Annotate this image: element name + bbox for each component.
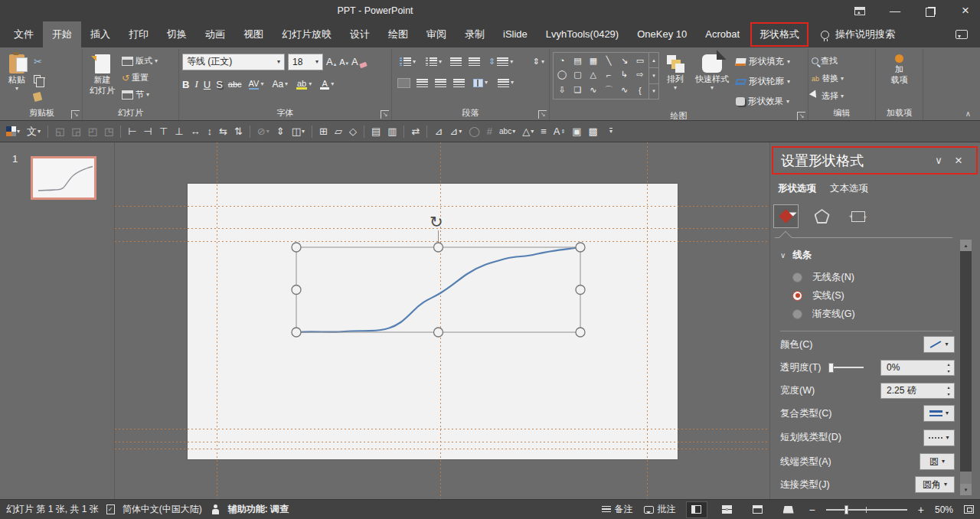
scroll-up-icon[interactable]: ▴ (960, 240, 972, 251)
panel-close-button[interactable]: × (949, 153, 969, 168)
slideshow-view-button[interactable] (779, 502, 799, 517)
clear-format-button[interactable]: A (351, 56, 367, 67)
shape-icon[interactable]: ∿ (621, 85, 628, 95)
shape-icon[interactable]: ↘ (621, 56, 628, 66)
dialog-launcher-icon[interactable]: ↘ (797, 112, 805, 120)
addins-button[interactable]: 加 载项 (887, 52, 912, 86)
spin-up-icon[interactable]: ▴ (943, 361, 954, 368)
transparency-spinner[interactable]: 0% ▴▾ (880, 360, 955, 376)
tab-record[interactable]: 录制 (456, 21, 494, 47)
slide-sorter-view-button[interactable] (717, 502, 737, 517)
close-button[interactable]: × (959, 4, 972, 18)
strikethrough-button[interactable]: abc (228, 80, 242, 89)
comment-icon[interactable] (956, 30, 968, 39)
font-size-input[interactable]: 18▾ (288, 54, 323, 70)
shape-icon[interactable]: ▢ (573, 70, 581, 80)
style-brush-button[interactable]: ▱ (335, 126, 342, 136)
shape-effects-button[interactable]: 形状效果▾ (736, 93, 790, 109)
insert-picture-button[interactable]: ⊞ (319, 126, 328, 136)
bold-button[interactable]: B (182, 79, 189, 90)
spin-down-icon[interactable]: ▾ (943, 367, 954, 375)
tab-view[interactable]: 视图 (234, 21, 273, 47)
shape-icon[interactable]: ◔ (560, 56, 565, 65)
scroll-down-icon[interactable]: ▾ (960, 484, 972, 495)
zoom-slider-thumb[interactable] (844, 505, 848, 514)
character-scale-button[interactable]: A⇕ (554, 126, 566, 136)
paste-button[interactable]: 粘贴 ▾ (5, 52, 29, 94)
tab-animations[interactable]: 动画 (196, 21, 234, 47)
asian-layout-button[interactable]: 文▾ (27, 126, 41, 136)
distribute-horizontal-button[interactable]: ↔ (191, 126, 201, 136)
dialog-launcher-icon[interactable]: ↘ (538, 110, 547, 119)
font-color-button[interactable]: A▾ (318, 78, 335, 91)
increase-indent-button[interactable] (469, 57, 480, 66)
restore-button[interactable] (923, 4, 937, 18)
zoom-slider[interactable] (826, 509, 907, 511)
tab-lvyhtools[interactable]: LvyhTools(0429) (537, 21, 628, 47)
arrange-button[interactable]: 排列 ▾ (662, 52, 688, 93)
shape-icon[interactable]: ⇩ (559, 85, 566, 95)
effects-tab[interactable] (809, 204, 835, 228)
tab-shape-options[interactable]: 形状选项 (778, 182, 816, 195)
fit-to-window-button[interactable] (964, 505, 974, 514)
shape-icon[interactable]: ◯ (557, 70, 567, 80)
italic-button[interactable]: I (194, 78, 198, 90)
accessibility-status[interactable]: 辅助功能: 调查 (228, 503, 289, 516)
slide-counter[interactable]: 幻灯片 第 1 张, 共 1 张 (6, 503, 99, 516)
rotate-flip-button[interactable]: △▾ (522, 126, 534, 136)
tab-onekey[interactable]: OneKey 10 (628, 21, 696, 47)
reading-view-button[interactable] (748, 502, 768, 517)
dash-type-button[interactable]: ▾ (923, 429, 955, 446)
tab-transitions[interactable]: 切换 (158, 21, 196, 47)
text-direction-button[interactable]: ⇕▾ (531, 55, 546, 68)
panel-chevron-button[interactable]: ∨ (929, 155, 949, 166)
section-button[interactable]: 节▾ (122, 87, 158, 102)
shape-icon[interactable]: △ (590, 70, 596, 80)
scroll-up-icon[interactable]: ▴ (649, 53, 658, 67)
shape-icon[interactable]: ⇨ (636, 70, 643, 80)
tab-file[interactable]: 文件 (5, 21, 43, 47)
highlight-color-button[interactable]: ab▾ (295, 78, 313, 91)
decrease-indent-button[interactable] (450, 57, 462, 66)
union-shapes-button[interactable]: ◯ (469, 126, 480, 136)
send-to-back-button[interactable]: ◳ (104, 126, 113, 136)
spin-down-icon[interactable]: ▾ (943, 390, 954, 398)
layers-button[interactable]: ▩ (589, 126, 598, 136)
proofing-button[interactable]: ✓ (106, 504, 115, 514)
line-color-button[interactable]: ▾ (923, 336, 955, 353)
gradient-line-option[interactable]: 渐变线(G) (770, 305, 980, 323)
freeform-shape-button[interactable]: ⊿ (434, 126, 443, 136)
shape-fill-button[interactable]: 形状填充▾ (736, 54, 790, 70)
shape-icon[interactable]: ▤ (573, 56, 581, 66)
edit-points-button[interactable]: # (487, 126, 492, 136)
dialog-launcher-icon[interactable]: ↘ (381, 110, 389, 119)
text-effects-button[interactable]: abc▾ (499, 128, 515, 135)
align-right-button[interactable] (435, 79, 446, 87)
zoom-in-button[interactable]: + (918, 504, 924, 516)
rotate-handle-icon[interactable]: ↻ (430, 213, 443, 230)
send-backward-button[interactable]: ◲ (71, 126, 80, 136)
zoom-out-button[interactable]: − (809, 504, 815, 516)
font-name-input[interactable]: 等线 (正文)▾ (182, 54, 285, 70)
3d-model-button[interactable]: ◇ (349, 126, 357, 136)
scroll-thumb[interactable] (960, 251, 972, 472)
tab-draw[interactable]: 绘图 (379, 21, 417, 47)
tab-design[interactable]: 设计 (341, 21, 379, 47)
character-spacing-button[interactable]: AV▾ (247, 77, 266, 91)
cap-type-select[interactable]: 圆▾ (920, 453, 955, 470)
shape-gallery-scroll[interactable]: ▴ ▾ ▾ (649, 52, 659, 100)
shape-icon[interactable]: ❏ (574, 85, 582, 95)
shape-icon[interactable]: ∿ (590, 85, 596, 95)
scroll-down-icon[interactable]: ▾ (649, 67, 658, 83)
panel-scrollbar[interactable]: ▴ ▾ (960, 240, 972, 495)
comments-button[interactable]: 批注 (644, 503, 676, 516)
change-case-button[interactable]: Aa▾ (270, 77, 289, 91)
shape-icon[interactable]: { (639, 86, 642, 95)
align-text-button[interactable]: ▾ (496, 77, 515, 89)
change-shape-button[interactable]: ⇄ (411, 126, 420, 136)
bring-forward-button[interactable]: ◱ (55, 126, 64, 136)
join-type-select[interactable]: 圆角▾ (915, 476, 955, 493)
align-top-button[interactable]: ⊤ (159, 126, 168, 136)
find-button[interactable]: 查找 (812, 54, 838, 68)
shape-icon[interactable]: ⌒ (605, 84, 613, 96)
